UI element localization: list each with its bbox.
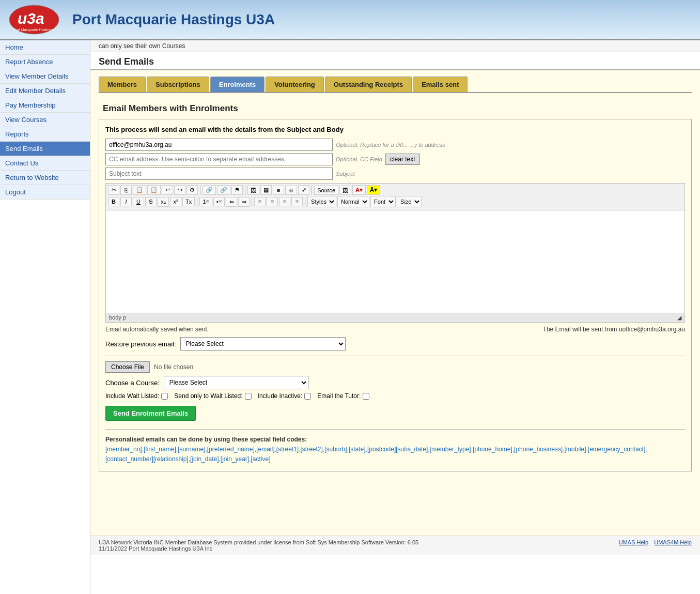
sidebar-item-home[interactable]: Home [0, 40, 90, 55]
styles-select[interactable]: Styles [307, 196, 336, 207]
toolbar-sep-2 [245, 186, 245, 195]
toolbar-superscript[interactable]: x² [170, 197, 181, 206]
cc-email-row: Optional. CC Field clear text [105, 153, 685, 165]
toolbar-table[interactable]: ▦ [260, 185, 272, 195]
toolbar-expand[interactable]: ⤢ [298, 185, 309, 195]
sidebar-item-view-member[interactable]: View Member Details [0, 69, 90, 84]
email-form-area: Email Members with Enrolments This proce… [99, 99, 692, 476]
toolbar-link[interactable]: 🔗 [203, 185, 216, 195]
header: u3a Port Macquarie Hastings Port Macquar… [0, 0, 700, 40]
tab-volunteering[interactable]: Volunteering [266, 77, 323, 92]
sidebar-item-view-courses[interactable]: View Courses [0, 113, 90, 127]
toolbar-paste[interactable]: 📋 [133, 185, 146, 195]
send-enrolment-emails-button[interactable]: Send Enrolment Emails [105, 406, 196, 421]
editor-path: body p [109, 314, 126, 321]
toolbar-anchor[interactable]: ⚑ [231, 185, 243, 195]
toolbar-remove-format[interactable]: Tx [182, 197, 195, 206]
form-description: This process will send an email with the… [105, 126, 685, 133]
auto-save-row: Email automatically saved when sent. The… [105, 326, 685, 333]
subject-hint: Subject [336, 171, 355, 177]
choose-file-button[interactable]: Choose File [105, 361, 150, 373]
toolbar-smiley[interactable]: ☺ [285, 186, 297, 195]
toolbar-subscript[interactable]: x₂ [158, 197, 169, 207]
tab-subscriptions[interactable]: Subscriptions [147, 77, 209, 92]
logo-icon: u3a Port Macquarie Hastings [8, 4, 60, 35]
sidebar-item-contact-us[interactable]: Contact Us [0, 156, 90, 171]
subject-input[interactable] [105, 167, 333, 180]
site-title: Port Macquarie Hastings U3A [72, 11, 275, 28]
sidebar-item-edit-member[interactable]: Edit Member Details [0, 84, 90, 98]
editor-status-bar: body p ◢ [105, 313, 685, 323]
sidebar-item-return-website[interactable]: Return to Website [0, 171, 90, 185]
personalised-intro: Personalised emails can be done by using… [105, 436, 307, 443]
toolbar-bold[interactable]: B [108, 197, 119, 206]
cc-hint: Optional. CC Field [336, 156, 382, 162]
font-select[interactable]: Font [370, 196, 396, 207]
toolbar-image2[interactable]: 🖼 [339, 186, 351, 195]
toolbar-copy[interactable]: ⎘ [120, 186, 132, 195]
sidebar-item-send-emails[interactable]: Send Emails [0, 142, 90, 156]
sidebar-item-reports[interactable]: Reports [0, 127, 90, 142]
toolbar-outdent[interactable]: ⇐ [226, 197, 237, 207]
personalised-section: Personalised emails can be done by using… [105, 435, 685, 465]
toolbar-font-color[interactable]: A▾ [352, 185, 366, 195]
sidebar-item-report-absence[interactable]: Report Absence [0, 55, 90, 69]
notice-bar: can only see their own Courses [90, 40, 700, 52]
umas4m-help-link[interactable]: UMAS4M Help [654, 539, 692, 545]
tab-enrolments[interactable]: Enrolments [210, 77, 265, 92]
cc-email-input[interactable] [105, 153, 333, 165]
include-inactive-item: Include Inactive: [258, 392, 312, 400]
normal-select[interactable]: Normal [337, 196, 369, 207]
toolbar-italic[interactable]: I [120, 197, 132, 206]
subject-row: Subject [105, 167, 685, 180]
sidebar-item-pay-membership[interactable]: Pay Membership [0, 98, 90, 113]
toolbar-align-justify[interactable]: ≡ [291, 197, 303, 206]
divider-1 [105, 356, 685, 356]
toolbar-find[interactable]: ⚙ [186, 185, 198, 195]
sidebar-item-logout[interactable]: Logout [0, 185, 90, 200]
toolbar-unordered-list[interactable]: •≡ [213, 197, 225, 206]
auto-save-text: Email automatically saved when sent. [105, 326, 209, 333]
email-tutor-checkbox[interactable] [363, 393, 369, 400]
include-wait-listed-checkbox[interactable] [161, 393, 168, 400]
umas-help-link[interactable]: UMAS Help [619, 539, 648, 545]
toolbar-indent[interactable]: ⇒ [238, 197, 250, 207]
from-email-input[interactable] [105, 139, 333, 151]
no-file-text: No file chosen [154, 363, 193, 371]
toolbar-ordered-list[interactable]: 1≡ [199, 197, 212, 206]
toolbar-hline[interactable]: ≡ [273, 186, 284, 195]
toolbar-sep-4 [197, 197, 197, 206]
clear-text-button[interactable]: clear text [385, 154, 420, 165]
toolbar-strikethrough[interactable]: S [145, 197, 157, 206]
send-only-wait-listed-checkbox[interactable] [245, 393, 252, 400]
svg-text:u3a: u3a [18, 10, 44, 27]
toolbar-redo[interactable]: ↪ [174, 185, 185, 195]
restore-select[interactable]: Please Select [180, 337, 346, 351]
restore-label: Restore previous email: [105, 340, 176, 348]
toolbar-paste-text[interactable]: 📋 [147, 185, 161, 195]
file-upload-row: Choose File No file chosen [105, 361, 685, 373]
toolbar-align-right[interactable]: ≡ [279, 197, 290, 206]
toolbar-source[interactable]: Source [314, 186, 338, 195]
toolbar-unlink[interactable]: 🔗 [217, 185, 230, 195]
course-select[interactable]: Please Select [164, 376, 308, 389]
toolbar-bg-color[interactable]: Ā▾ [367, 185, 380, 195]
tab-emails-sent[interactable]: Emails sent [413, 77, 468, 92]
page-title: Send Emails [90, 52, 700, 70]
tab-members[interactable]: Members [99, 77, 146, 92]
footer-license-text: U3A Network Victoria INC Member Database… [99, 539, 418, 545]
editor-body[interactable] [105, 210, 685, 313]
toolbar-underline[interactable]: U [133, 197, 144, 206]
tab-outstanding-receipts[interactable]: Outstanding Receipts [325, 77, 412, 92]
footer-links: UMAS Help UMAS4M Help [615, 539, 692, 552]
toolbar-align-center[interactable]: ≡ [267, 197, 278, 206]
toolbar-undo[interactable]: ↩ [162, 185, 173, 195]
toolbar-row-1: ✂ ⎘ 📋 📋 ↩ ↪ ⚙ 🔗 🔗 ⚑ 🖼 [108, 185, 682, 195]
size-select[interactable]: Size [397, 196, 422, 207]
toolbar-align-left[interactable]: ≡ [254, 197, 266, 206]
toolbar-cut[interactable]: ✂ [108, 185, 119, 195]
include-inactive-checkbox[interactable] [304, 393, 311, 400]
resize-handle[interactable]: ◢ [677, 314, 681, 321]
course-row: Choose a Course: Please Select [105, 376, 685, 389]
toolbar-image[interactable]: 🖼 [247, 186, 259, 195]
